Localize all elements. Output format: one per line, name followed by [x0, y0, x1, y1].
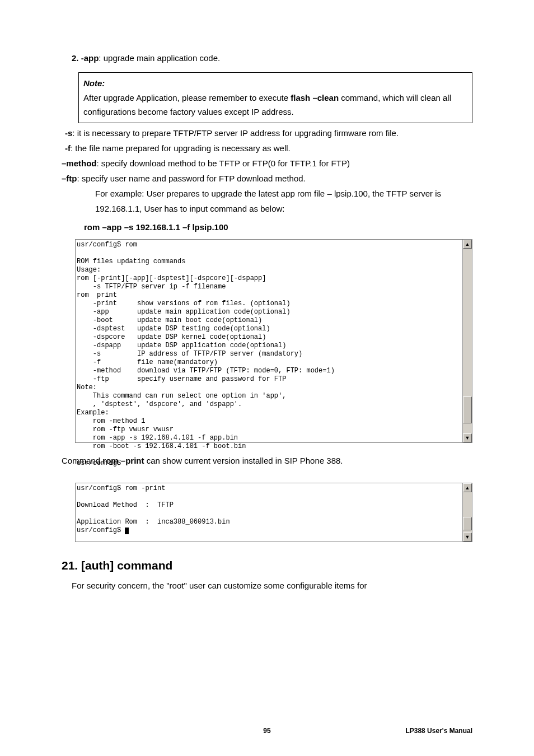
- para-method: –method: specify download method to be T…: [62, 156, 472, 171]
- manual-title: LP388 User's Manual: [337, 727, 472, 735]
- para-f-flag: -f: [65, 143, 71, 153]
- para-s-flag: -s: [65, 128, 72, 138]
- para-method-rest: : specify download method to be TFTP or …: [97, 158, 350, 168]
- para-method-flag: –method: [62, 158, 97, 168]
- para-app-flag: -app: [81, 53, 99, 63]
- scroll-down-icon[interactable]: ▼: [463, 433, 472, 442]
- note-b: flash –clean: [291, 93, 339, 102]
- para-app: 2. -app: upgrade main application code.: [72, 50, 472, 66]
- example-text: For example: User prepares to upgrade th…: [95, 186, 472, 216]
- terminal-rom-content: usr/config$ rom ROM files updating comma…: [76, 240, 472, 469]
- para-f-rest: : the file name prepared for upgrading i…: [71, 143, 291, 153]
- scroll-thumb[interactable]: [463, 396, 472, 423]
- note-body: After upgrade Application, please rememb…: [83, 91, 467, 119]
- para-s: -s: it is necessary to prepare TFTP/FTP …: [65, 125, 472, 141]
- para-app-rest: : upgrade main application code.: [99, 53, 220, 63]
- scrollbar-2[interactable]: ▲ ▼: [462, 483, 472, 542]
- terminal-rom-print: usr/config$ rom -print Download Method :…: [75, 483, 472, 542]
- cursor-icon: [125, 528, 129, 534]
- note-a: After upgrade Application, please rememb…: [83, 93, 291, 102]
- page-number: 95: [199, 727, 335, 735]
- note-title: Note:: [83, 76, 467, 91]
- example-command: rom –app –s 192.168.1.1 –f lpsip.100: [84, 220, 472, 235]
- para-ftp: –ftp: specify user name and password for…: [62, 171, 472, 186]
- note-box: Note: After upgrade Application, please …: [78, 72, 472, 123]
- terminal-rom-print-content: usr/config$ rom -print Download Method :…: [76, 483, 472, 536]
- scroll-thumb-2[interactable]: [463, 517, 472, 530]
- page-footer: 95 LP388 User's Manual: [62, 727, 472, 735]
- scroll-up-icon[interactable]: ▲: [463, 240, 472, 249]
- scroll-down-icon-2[interactable]: ▼: [463, 533, 472, 542]
- para-app-num: 2.: [72, 53, 81, 63]
- section-body: For security concern, the "root" user ca…: [72, 578, 472, 593]
- para-f: -f: the file name prepared for upgrading…: [65, 141, 472, 156]
- para-s-rest: : it is necessary to prepare TFTP/FTP se…: [72, 128, 399, 138]
- scroll-up-icon-2[interactable]: ▲: [463, 483, 472, 492]
- scrollbar[interactable]: ▲ ▼: [462, 240, 472, 442]
- para-ftp-flag: –ftp: [62, 174, 77, 183]
- section-heading: 21. [auth] command: [62, 559, 472, 572]
- terminal-rom: usr/config$ rom ROM files updating comma…: [75, 239, 472, 443]
- para-ftp-rest: : specify user name and password for FTP…: [77, 174, 306, 183]
